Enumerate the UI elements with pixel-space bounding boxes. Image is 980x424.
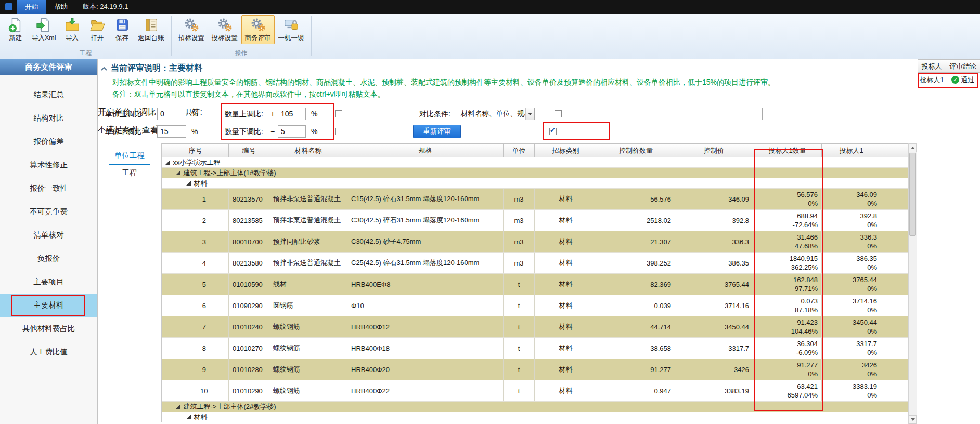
group-row[interactable]: xx小学演示工程 xyxy=(162,157,909,168)
cell-code[interactable]: 80213570 xyxy=(229,189,269,210)
sidebar-item-negative-quote[interactable]: 负报价 xyxy=(0,247,97,270)
scroll-thumb[interactable] xyxy=(909,153,916,236)
cell-bidder1-price[interactable]: 336.30% xyxy=(822,231,881,253)
collapse-arrow-icon[interactable] xyxy=(101,64,107,73)
cell-spec[interactable]: Φ10 xyxy=(347,295,504,316)
cell-name[interactable]: 螺纹钢筋 xyxy=(269,380,347,402)
cell-ctrl-qty[interactable]: 56.576 xyxy=(597,189,675,210)
cell-ctrl-price[interactable]: 3383.19 xyxy=(675,380,753,402)
cell-spec[interactable]: C30(42.5) 砂子4.75mm xyxy=(347,231,504,253)
table-row[interactable]: 901010280螺纹钢筋HRB400Φ20t材料91.277342691.27… xyxy=(162,359,909,380)
tab-start[interactable]: 开始 xyxy=(17,0,46,14)
cell-ctrl-qty[interactable]: 0.039 xyxy=(597,295,675,316)
cell-spec[interactable]: C25(42.5) 碎石31.5mm 塌落度120-160mm xyxy=(347,253,504,274)
table-row[interactable]: 601090290圆钢筋Φ10t材料0.0393714.160.07387.18… xyxy=(162,295,909,316)
sidebar-item-main-projects[interactable]: 主要项目 xyxy=(0,270,97,294)
col-unit[interactable]: 单位 xyxy=(504,144,535,157)
sidebar-item-arithmetic-correction[interactable]: 算术性修正 xyxy=(0,153,97,177)
cell-ctrl-price[interactable]: 386.35 xyxy=(675,253,753,274)
expand-arrow-icon[interactable] xyxy=(176,404,180,409)
import-xml-button[interactable]: 导入Xml xyxy=(28,15,60,44)
cell-ctrl-price[interactable]: 392.8 xyxy=(675,210,753,231)
col-bidder1[interactable]: 投标人1 xyxy=(822,144,881,157)
cell-bidder1-price[interactable]: 3383.190% xyxy=(822,380,881,402)
expand-arrow-icon[interactable] xyxy=(165,160,170,165)
cell-category[interactable]: 材料 xyxy=(535,189,597,210)
cell-bidder1-qty[interactable]: 1840.915362.25% xyxy=(753,253,822,274)
cell-ctrl-qty[interactable]: 82.369 xyxy=(597,274,675,295)
ignore-identifier-input[interactable] xyxy=(615,108,763,120)
cell-unit[interactable]: t xyxy=(504,295,535,316)
col-ctrl-price[interactable]: 控制价 xyxy=(675,144,753,157)
cell-code[interactable]: 01090290 xyxy=(229,295,269,316)
sidebar-item-quote-deviation[interactable]: 报价偏差 xyxy=(0,130,97,153)
cell-bidder1-price[interactable]: 3317.70% xyxy=(822,338,881,359)
cell-category[interactable]: 材料 xyxy=(535,359,597,380)
sidebar-item-main-materials[interactable]: 主要材料 xyxy=(0,294,97,317)
cell-seq[interactable]: 3 xyxy=(162,231,229,253)
cell-unit[interactable]: t xyxy=(504,359,535,380)
scroll-down-button[interactable] xyxy=(909,415,917,424)
col-bidder1-qty[interactable]: 投标人1数量 xyxy=(753,144,822,157)
cell-unit[interactable]: t xyxy=(504,380,535,402)
cell-seq[interactable]: 2 xyxy=(162,210,229,231)
cell-seq[interactable]: 8 xyxy=(162,338,229,359)
cell-unit[interactable]: t xyxy=(504,274,535,295)
col-material-name[interactable]: 材料名称 xyxy=(269,144,347,157)
sidebar-item-structure-compare[interactable]: 结构对比 xyxy=(0,107,97,130)
cell-unit[interactable]: m3 xyxy=(504,231,535,253)
sidebar-item-labor-cost-ratio[interactable]: 人工费比值 xyxy=(0,340,97,364)
cell-unit[interactable]: t xyxy=(504,316,535,338)
ignore-identifier-checkbox[interactable] xyxy=(555,110,562,117)
cell-name[interactable]: 预拌非泵送普通混凝土 xyxy=(269,210,347,231)
cell-bidder1-price[interactable]: 386.350% xyxy=(822,253,881,274)
cell-bidder1-price[interactable]: 346.090% xyxy=(822,189,881,210)
cell-seq[interactable]: 9 xyxy=(162,359,229,380)
cell-code[interactable]: 01010290 xyxy=(229,380,269,402)
tab-help[interactable]: 帮助 xyxy=(46,0,75,14)
unit-up-input[interactable] xyxy=(157,108,186,120)
reevaluate-button[interactable]: 重新评审 xyxy=(413,125,461,138)
cell-spec[interactable]: HRB400Φ22 xyxy=(347,380,504,402)
cell-spec[interactable]: C30(42.5) 碎石31.5mm 塌落度120-160mm xyxy=(347,210,504,231)
cell-category[interactable]: 材料 xyxy=(535,210,597,231)
cell-ctrl-price[interactable]: 3765.44 xyxy=(675,274,753,295)
import-button[interactable]: 导入 xyxy=(60,15,85,44)
cell-ctrl-qty[interactable]: 91.277 xyxy=(597,359,675,380)
cell-ctrl-price[interactable]: 3426 xyxy=(675,359,753,380)
cell-bidder1-price[interactable]: 392.80% xyxy=(822,210,881,231)
cell-bidder1-qty[interactable]: 63.4216597.04% xyxy=(753,380,822,402)
cell-code[interactable]: 80213585 xyxy=(229,210,269,231)
cell-bidder1-qty[interactable]: 31.46647.68% xyxy=(753,231,822,253)
col-seq[interactable]: 序号 xyxy=(162,144,229,157)
cell-ctrl-qty[interactable]: 44.714 xyxy=(597,316,675,338)
sidebar-item-list-check[interactable]: 清单核对 xyxy=(0,223,97,247)
cell-bidder1-price[interactable]: 3765.440% xyxy=(822,274,881,295)
cell-seq[interactable]: 1 xyxy=(162,189,229,210)
bidder-result-row[interactable]: 投标人1 ✓ 通过 xyxy=(918,73,980,87)
cell-ctrl-qty[interactable]: 38.658 xyxy=(597,338,675,359)
cell-category[interactable]: 材料 xyxy=(535,253,597,274)
cell-bidder1-qty[interactable]: 36.304-6.09% xyxy=(753,338,822,359)
cell-code[interactable]: 01010280 xyxy=(229,359,269,380)
cell-bidder1-price[interactable]: 3450.440% xyxy=(822,316,881,338)
cell-bidder1-qty[interactable]: 91.423104.46% xyxy=(753,316,822,338)
cell-bidder1-qty[interactable]: 56.5760% xyxy=(753,189,822,210)
cell-seq[interactable]: 4 xyxy=(162,253,229,274)
tab-unit-project[interactable]: 单位工程 xyxy=(109,148,150,165)
cell-category[interactable]: 材料 xyxy=(535,274,597,295)
cell-ctrl-price[interactable]: 346.09 xyxy=(675,189,753,210)
cell-ctrl-price[interactable]: 3714.16 xyxy=(675,295,753,316)
bidder-column-header[interactable]: 投标人 xyxy=(918,59,946,73)
expand-arrow-icon[interactable] xyxy=(176,170,180,175)
cell-name[interactable]: 螺纹钢筋 xyxy=(269,359,347,380)
save-button[interactable]: 保存 xyxy=(110,15,135,44)
cell-unit[interactable]: m3 xyxy=(504,253,535,274)
col-code[interactable]: 编号 xyxy=(229,144,269,157)
qty-down-input[interactable] xyxy=(278,125,306,138)
cell-code[interactable]: 01010240 xyxy=(229,316,269,338)
cell-code[interactable]: 80010700 xyxy=(229,231,269,253)
cell-spec[interactable]: C15(42.5) 碎石31.5mm 塌落度120-160mm xyxy=(347,189,504,210)
cell-category[interactable]: 材料 xyxy=(535,295,597,316)
business-review-button[interactable]: 商务评审 xyxy=(241,15,275,44)
